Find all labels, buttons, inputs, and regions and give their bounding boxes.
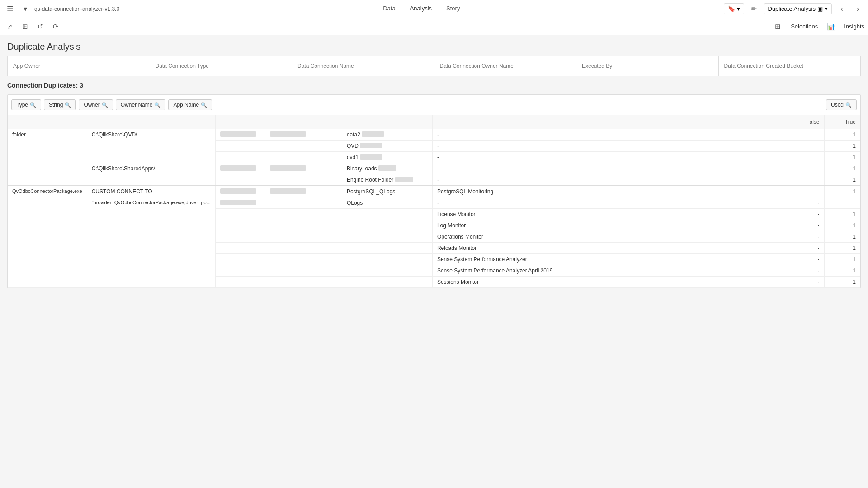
filter-connection-type[interactable]: Data Connection Type <box>150 56 292 76</box>
tab-data[interactable]: Data <box>383 3 395 14</box>
cell-true-7 <box>824 197 860 209</box>
dropdown-button[interactable]: ▾ <box>19 3 32 15</box>
cell-appowner-sensespa: Sense System Performance Analyzer <box>432 254 788 265</box>
cell-ownername-1 <box>265 129 342 141</box>
col-header-string <box>87 115 215 129</box>
cell-appname-qvd: QVD <box>342 141 432 152</box>
duplicate-analysis-button[interactable]: Duplicate Analysis ▣ ▾ <box>764 3 832 14</box>
insights-button[interactable]: Insights <box>844 23 864 30</box>
cell-string-provider: "provider=QvOdbcConnectorPackage.exe;dri… <box>87 197 215 288</box>
cell-true-3: 1 <box>824 152 860 163</box>
tab-analysis[interactable]: Analysis <box>410 3 432 14</box>
blurred-ownername-6 <box>270 188 306 194</box>
cell-owner-13 <box>215 265 265 277</box>
cell-true-12: 1 <box>824 254 860 265</box>
layout-icon: ▣ <box>817 5 823 12</box>
filter-executed-by-label: Executed By <box>582 63 612 69</box>
col-header-appowner <box>432 115 788 129</box>
filter-ownername-button[interactable]: Owner Name 🔍 <box>116 99 166 110</box>
cell-false-13: - <box>788 265 824 277</box>
next-button[interactable]: › <box>852 3 864 15</box>
col-header-false: False <box>788 115 824 129</box>
edit-pencil-icon[interactable]: ✏ <box>748 3 760 15</box>
toolbar-grid-icon[interactable]: ⊞ <box>772 21 783 33</box>
cell-type-folder: folder <box>8 129 87 186</box>
selections-button[interactable]: Selections <box>791 23 818 30</box>
cell-string-qvd: C:\QlikShare\QVD\ <box>87 129 215 163</box>
cell-owner-12 <box>215 254 265 265</box>
filter-type-label: Type <box>16 102 28 108</box>
blurred-owner-1 <box>220 131 256 137</box>
cell-appowner-qlogs: - <box>432 197 788 209</box>
cell-appname-qlogs: QLogs <box>342 197 432 209</box>
cell-appowner-postgresql: PostgreSQL Monitoring <box>432 186 788 197</box>
refresh-icon[interactable]: ⟳ <box>50 21 61 33</box>
table-row: "provider=QvOdbcConnectorPackage.exe;dri… <box>8 197 860 209</box>
table-header-row: False True <box>8 115 860 129</box>
filter-string-button[interactable]: String 🔍 <box>44 99 76 110</box>
tab-story[interactable]: Story <box>446 3 460 14</box>
grid-view-icon[interactable]: ⊞ <box>19 21 31 33</box>
filter-owner-button[interactable]: Owner 🔍 <box>79 99 113 110</box>
type-search-icon: 🔍 <box>30 102 36 108</box>
table-row: C:\QlikShare\SharedApps\ BinaryLoads - 1 <box>8 163 860 174</box>
cell-false-12: - <box>788 254 824 265</box>
cell-true-13: 1 <box>824 265 860 277</box>
top-nav-left: ☰ ▾ qs-data-connection-analyzer-v1.3.0 <box>4 3 119 15</box>
cell-owner-6 <box>215 186 265 197</box>
filter-appname-label: App Name <box>173 102 199 108</box>
cell-appowner-2: - <box>432 141 788 152</box>
cell-ownername-10 <box>265 231 342 243</box>
app-name-label: qs-data-connection-analyzer-v1.3.0 <box>34 6 119 12</box>
page-title-bar: Duplicate Analysis <box>0 35 868 56</box>
cell-owner-14 <box>215 277 265 288</box>
bookmark-button[interactable]: 🔖 ▾ <box>724 3 744 14</box>
cell-appowner-1: - <box>432 129 788 141</box>
insights-icon[interactable]: 📊 <box>825 21 837 33</box>
table-wrapper: Type 🔍 String 🔍 Owner 🔍 Owner Name 🔍 App… <box>7 94 861 288</box>
col-header-ownername <box>265 115 342 129</box>
filter-connection-owner[interactable]: Data Connection Owner Name <box>434 56 577 76</box>
cell-owner-5 <box>215 174 265 186</box>
cell-appname-empty2 <box>342 220 432 231</box>
cell-appowner-licensemonitor: License Monitor <box>432 209 788 220</box>
filter-created-bucket[interactable]: Data Connection Created Bucket <box>719 56 861 76</box>
cell-false-1 <box>788 129 824 141</box>
cell-appname-empty4 <box>342 243 432 254</box>
cell-appname-binaryloads: BinaryLoads <box>342 163 432 174</box>
cell-true-6: 1 <box>824 186 860 197</box>
cell-appowner-5: - <box>432 174 788 186</box>
blurred-qvd1 <box>360 154 382 160</box>
cell-ownername-13 <box>265 265 342 277</box>
filter-executed-by[interactable]: Executed By <box>576 56 719 76</box>
filter-used-button[interactable]: Used 🔍 <box>826 99 857 110</box>
top-nav-center: Data Analysis Story <box>119 3 723 14</box>
cell-appowner-3: - <box>432 152 788 163</box>
cell-appname-empty7 <box>342 277 432 288</box>
filter-connection-name[interactable]: Data Connection Name <box>292 56 434 76</box>
cell-true-9: 1 <box>824 220 860 231</box>
blurred-binaryloads <box>378 165 396 171</box>
blurred-owner-4 <box>220 165 256 171</box>
filter-connection-owner-label: Data Connection Owner Name <box>440 63 514 69</box>
filter-app-owner[interactable]: App Owner <box>8 56 150 76</box>
prev-button[interactable]: ‹ <box>835 3 848 15</box>
data-table: False True folder C:\QlikShare\QVD\ data… <box>8 115 860 288</box>
expand-icon[interactable]: ⤢ <box>4 21 15 33</box>
bookmark-icon: 🔖 <box>728 5 735 12</box>
cell-false-14: - <box>788 277 824 288</box>
cell-appname-postgresql: PostgreSQL_QLogs <box>342 186 432 197</box>
cell-appname-empty6 <box>342 265 432 277</box>
undo-icon[interactable]: ↺ <box>34 21 46 33</box>
blurred-ownername-1 <box>270 131 306 137</box>
toolbar-right: ⊞ Selections 📊 Insights <box>772 21 864 33</box>
hamburger-menu-button[interactable]: ☰ <box>4 3 16 15</box>
toolbar: ⤢ ⊞ ↺ ⟳ ⊞ Selections 📊 Insights <box>0 18 868 35</box>
page-title: Duplicate Analysis <box>7 42 861 52</box>
filter-connection-type-label: Data Connection Type <box>156 63 209 69</box>
cell-appowner-opsmonitor: Operations Monitor <box>432 231 788 243</box>
cell-ownername-9 <box>265 220 342 231</box>
cell-string-sharedapps: C:\QlikShare\SharedApps\ <box>87 163 215 186</box>
filter-type-button[interactable]: Type 🔍 <box>11 99 41 110</box>
filter-appname-button[interactable]: App Name 🔍 <box>168 99 212 110</box>
